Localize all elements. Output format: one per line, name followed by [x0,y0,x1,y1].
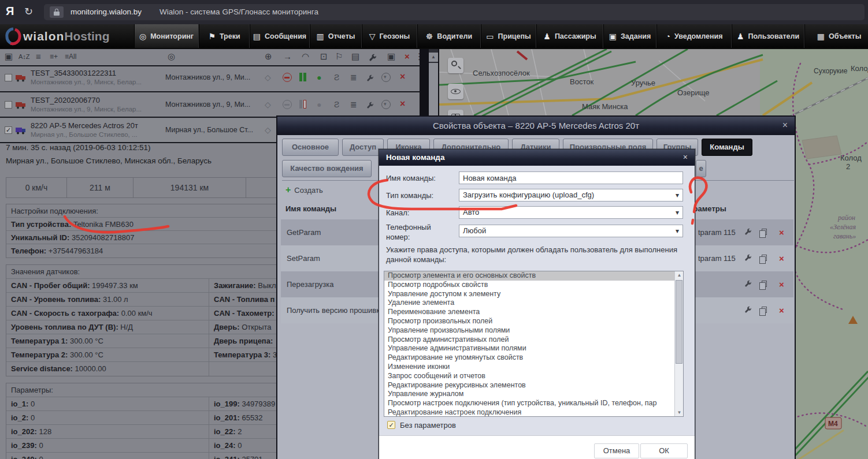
access-right-item[interactable]: Управление доступом к элементу [384,290,683,299]
nav-tab-tracks[interactable]: ⚑Треки [199,24,250,48]
report-icon: ▥ [317,32,324,41]
nav-tab-jobs[interactable]: ▣Задания [603,24,656,48]
access-right-item[interactable]: Управление административными полями [384,344,683,353]
nav-tab-reports[interactable]: ▥Отчеты [310,24,362,48]
trailer-icon: ▭ [486,32,494,41]
url-text[interactable]: monitoring.wialon.by [71,8,142,16]
access-right-item[interactable]: Редактирование рекурсивных элементов [384,381,683,390]
wialon-logo: wialonHosting [3,27,110,46]
flag-icon: ⚑ [208,32,216,41]
messages-icon: ▤ [253,32,261,41]
phone-select[interactable]: Любой▾ [459,225,683,237]
access-rights-listbox[interactable]: Просмотр элемента и его основных свойств… [384,271,684,417]
access-right-item[interactable]: Просмотр административных полей [384,335,683,345]
channel-label: Канал: [386,208,409,217]
cancel-button[interactable]: Отмена [594,443,639,458]
access-right-item[interactable]: Удаление элемента [384,298,683,308]
access-right-item-selected[interactable]: Просмотр элемента и его основных свойств [384,271,683,281]
chevron-down-icon: ▾ [676,189,679,201]
access-right-item[interactable]: Просмотр подробных свойств [384,281,683,290]
no-parameters-checkbox[interactable]: ✓ [387,421,395,429]
steering-wheel-icon: ☸ [426,32,433,41]
browser-bar: Я ↻ monitoring.wialon.by Wialon - систем… [0,0,868,24]
browser-logo[interactable]: Я [6,5,14,18]
nav-bar: wialonHosting ◎Мониторинг ⚑Треки ▤Сообще… [0,24,868,49]
chevron-down-icon: ▾ [676,207,679,218]
scroll-up-icon[interactable]: ▲ [675,271,684,279]
passenger-icon: ♟ [543,32,551,41]
command-name-label: Имя команды: [386,174,436,182]
nav-tab-notifications[interactable]: ◔Уведомления [656,24,732,48]
alarm-clock-icon: ◔ [665,32,670,41]
access-right-item[interactable]: Переименование элемента [384,308,683,317]
nav-tab-users[interactable]: ♟Пользователи [732,24,804,48]
app-screen: ▣ A↕Z ≡ ≡+ ≡All ◎ ⊕ → ◠ ⊡ ⚐ ▤ ▣ × ⋮ TEST… [0,0,868,459]
scroll-down-icon[interactable]: ▼ [675,409,684,416]
command-name-input[interactable] [459,171,683,184]
nav-tab-trailers[interactable]: ▭Прицепы [481,24,536,48]
nav-tab-monitoring[interactable]: ◎Мониторинг [134,24,199,48]
checkbox-icon: ▣ [609,32,617,41]
no-parameters-label: Без параметров [400,421,456,430]
command-type-select[interactable]: Загрузить конфигурацию (upload_cfg)▾ [459,189,683,201]
access-right-item[interactable]: Управление произвольными полями [384,326,683,335]
address-bar[interactable]: monitoring.wialon.by Wialon - система GP… [44,4,865,20]
nav-tabs: ◎Мониторинг ⚑Треки ▤Сообщения ▥Отчеты ▽Г… [134,24,868,48]
chevron-down-icon: ▾ [676,225,679,237]
globe-icon: ◎ [139,32,146,41]
ok-button[interactable]: ОК [640,443,688,458]
lock-icon[interactable] [50,6,64,18]
nav-tab-drivers[interactable]: ☸Водители [417,24,481,48]
refresh-icon[interactable]: ↻ [24,5,33,18]
access-right-item[interactable]: Изменение иконки [384,363,683,372]
dialog-close-icon[interactable]: × [683,150,688,166]
page-title: Wialon - система GPS/Глонасс мониторинга [159,8,318,16]
geofence-icon: ▽ [369,32,376,41]
user-icon: ♟ [737,32,744,41]
access-right-item[interactable]: Запрос сообщений и отчетов [384,372,683,381]
nav-tab-passengers[interactable]: ♟Пассажиры [536,24,603,48]
dialog-title: Новая команда [379,150,695,166]
nav-tab-geofences[interactable]: ▽Геозоны [362,24,417,48]
command-type-label: Тип команды: [386,191,433,200]
access-right-item[interactable]: Управление журналом [384,390,683,399]
channel-select[interactable]: Авто▾ [459,206,683,219]
phone-label: Телефонный номер: [386,222,451,242]
new-command-dialog: Новая команда × Имя команды: Тип команды… [379,149,695,459]
scroll-thumb[interactable] [676,280,682,364]
nav-tab-messages[interactable]: ▤Сообщения [250,24,310,48]
access-right-item[interactable]: Просмотр настроек подключения (тип устро… [384,399,683,408]
access-rights-hint: Укажите права доступа, которыми должен о… [386,245,689,264]
dialog-footer: Отмена ОК [379,435,695,459]
wialon-swirl-icon [3,27,23,46]
access-right-item[interactable]: Редактирование не упомянутых свойств [384,353,683,363]
access-right-item[interactable]: Просмотр произвольных полей [384,317,683,326]
listbox-scrollbar[interactable]: ▲ ▼ [674,271,683,416]
nav-tab-units[interactable]: ▦Объекты [804,24,868,48]
access-right-item[interactable]: Редактирование настроек подключения [384,408,683,417]
truck-icon: ▦ [817,32,825,41]
